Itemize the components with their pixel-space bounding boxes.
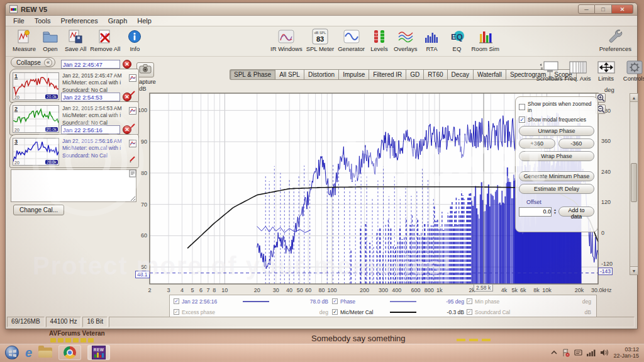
internet-explorer-button[interactable]: e xyxy=(25,346,32,359)
toolbar-label: Room Sim xyxy=(471,45,499,52)
measurement-name-input[interactable] xyxy=(61,125,120,134)
ir-windows-button[interactable]: IR Windows xyxy=(269,28,304,53)
measurement-name-input[interactable] xyxy=(61,93,120,101)
checkbox-icon[interactable]: ✓ xyxy=(519,116,525,123)
tab-spl-phase[interactable]: SPL & Phase xyxy=(230,69,275,80)
trace-settings-icon[interactable] xyxy=(129,139,136,150)
info-button[interactable]: Info xyxy=(122,28,147,53)
checkbox-icon[interactable] xyxy=(519,104,525,110)
checkbox-icon[interactable]: ✓ xyxy=(467,298,472,304)
checkbox-icon[interactable]: ✓ xyxy=(332,309,338,315)
add-to-data-button[interactable]: Add to data xyxy=(558,206,594,217)
network-signal-icon[interactable] xyxy=(587,349,596,356)
generator-button[interactable]: Generator xyxy=(336,28,367,53)
legend-checkbox-soundcard-cal[interactable]: ✓Soundcard Cal xyxy=(467,307,548,317)
save-all-button[interactable]: Save All xyxy=(63,28,88,53)
freq-axis-button[interactable]: Freq. Axis xyxy=(564,60,592,82)
tab-gd[interactable]: GD xyxy=(406,69,423,80)
tab-impulse[interactable]: Impulse xyxy=(338,69,369,80)
collapse-button[interactable]: Collapse « xyxy=(11,57,55,67)
checkbox-icon[interactable]: ✓ xyxy=(174,298,179,304)
show-points-checkbox[interactable]: Show points when zoomed in xyxy=(519,101,594,113)
start-button[interactable] xyxy=(5,346,19,359)
rew-taskbar-button[interactable]: REW xyxy=(87,345,110,360)
tray-expand-icon[interactable] xyxy=(551,350,557,355)
levels-button[interactable]: 1Levels xyxy=(367,28,392,53)
chrome-button[interactable] xyxy=(58,345,81,360)
tab-filtered-ir[interactable]: Filtered IR xyxy=(369,69,406,80)
tab-rt60[interactable]: RT60 xyxy=(423,69,447,80)
legend-checkbox-min-phase[interactable]: ✓Min phase xyxy=(467,296,548,307)
room-sim-button[interactable]: Room Sim xyxy=(469,28,501,53)
power-plug-icon[interactable] xyxy=(574,349,582,356)
trace-settings-icon[interactable] xyxy=(129,106,136,117)
maximize-button[interactable]: □ xyxy=(595,4,612,14)
unwrap-phase-button[interactable]: Unwrap Phase xyxy=(519,126,594,136)
delete-measurement-icon[interactable]: ✕ xyxy=(123,60,131,69)
notes-textarea[interactable] xyxy=(11,169,136,202)
generate-minimum-phase-button[interactable]: Generate Minimum Phase xyxy=(519,171,594,181)
measurement-name-input[interactable] xyxy=(61,60,120,69)
trace-settings-icon[interactable] xyxy=(129,73,136,84)
scrollbars-button[interactable]: Scrollbars xyxy=(535,60,564,82)
measure-button[interactable]: Measure xyxy=(11,28,38,53)
clock[interactable]: 03:12 22-Jan-15 xyxy=(613,346,641,359)
menu-item-graph[interactable]: Graph xyxy=(103,16,133,25)
ir-doc-icon[interactable] xyxy=(129,169,136,180)
overlays-button[interactable]: Overlays xyxy=(392,28,419,53)
toolbar-tools-group: IR WindowsdB SPL83SPL MeterGenerator1Lev… xyxy=(269,28,501,53)
controls-button[interactable]: Controls xyxy=(620,60,644,82)
speaker-icon[interactable] xyxy=(600,349,609,356)
measurement-number: 3 xyxy=(14,139,18,145)
menu-item-tools[interactable]: Tools xyxy=(30,16,56,25)
minus-360-button[interactable]: -360 xyxy=(558,139,595,149)
wrap-phase-button[interactable]: Wrap Phase xyxy=(519,151,594,161)
legend-checkbox-phase[interactable]: ✓Phase xyxy=(332,296,389,307)
tab-decay[interactable]: Decay xyxy=(447,69,473,80)
checkbox-icon[interactable]: ✓ xyxy=(467,309,472,315)
scroll-up-icon[interactable]: ▲ xyxy=(630,94,638,102)
minimize-button[interactable]: ─ xyxy=(578,4,595,14)
spinner-arrows-icon[interactable]: ▲▼ xyxy=(553,208,557,215)
checkbox-icon[interactable]: ✓ xyxy=(332,298,338,304)
svg-text:600: 600 xyxy=(411,287,420,293)
preferences-button[interactable]: Preferences xyxy=(597,28,633,53)
remove-all-icon xyxy=(96,28,114,45)
show-modal-checkbox[interactable]: ✓ Show modal frequencies xyxy=(519,116,594,123)
estimate-ir-delay-button[interactable]: Estimate IR Delay xyxy=(519,184,594,194)
checkbox-icon[interactable]: ✓ xyxy=(174,309,179,315)
titlebar[interactable]: REW V5 ─ □ ✕ xyxy=(6,3,637,16)
delete-measurement-icon[interactable]: ✕ xyxy=(123,93,131,101)
edit-pencil-icon[interactable] xyxy=(129,154,136,165)
close-button[interactable]: ✕ xyxy=(612,4,633,14)
scroll-down-icon[interactable]: ▼ xyxy=(630,266,638,274)
legend-checkbox-jan-22-2-56-16[interactable]: ✓Jan 22 2:56:16 xyxy=(174,296,242,307)
rta-button[interactable]: RTA xyxy=(419,28,444,53)
offset-input[interactable] xyxy=(519,207,552,217)
tab-distortion[interactable]: Distortion xyxy=(304,69,338,80)
menu-item-file[interactable]: File xyxy=(8,16,30,25)
chart-vertical-scrollbar[interactable]: ▲ ▼ xyxy=(630,93,638,275)
menu-item-help[interactable]: Help xyxy=(132,16,157,25)
action-center-flag-icon[interactable] xyxy=(562,349,570,357)
legend-checkbox-mic-meter-cal[interactable]: ✓Mic/Meter Cal xyxy=(332,307,389,317)
change-cal-button[interactable]: Change Cal... xyxy=(13,205,64,215)
scrollbar-thumb[interactable] xyxy=(631,163,637,202)
file-explorer-button[interactable] xyxy=(38,348,52,358)
remove-all-button[interactable]: Remove All xyxy=(88,28,122,53)
plus-360-button[interactable]: +360 xyxy=(519,139,555,149)
measurement-mic: Mic/Meter: ecm.cal with i xyxy=(62,145,136,152)
delete-measurement-icon[interactable]: ✕ xyxy=(123,125,131,134)
svg-text:100: 100 xyxy=(138,107,147,113)
open-button[interactable]: Open xyxy=(38,28,63,53)
eq-button[interactable]: EQEQ xyxy=(444,28,469,53)
svg-text:10k: 10k xyxy=(542,287,552,293)
legend-checkbox-excess-phase[interactable]: ✓Excess phase xyxy=(174,307,242,317)
menu-item-preferences[interactable]: Preferences xyxy=(55,16,103,25)
measurement-item-3[interactable]: 32020.0kJan 22, 2015 2:56:16 AMMic/Meter… xyxy=(9,134,139,168)
limits-button[interactable]: Limits xyxy=(592,60,620,82)
tab-all-spl[interactable]: All SPL xyxy=(275,69,304,80)
tab-waterfall[interactable]: Waterfall xyxy=(473,69,506,80)
capture-button[interactable] xyxy=(136,62,154,77)
spl-meter-button[interactable]: dB SPL83SPL Meter xyxy=(304,28,336,53)
